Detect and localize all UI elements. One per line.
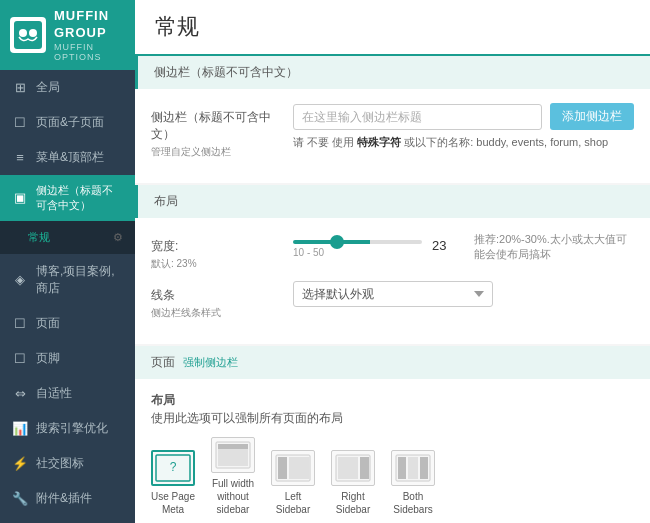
section1-header: 侧边栏（标题不可含中文） [135,56,650,89]
sidebar-item-label: 博客,项目案例,商店 [36,263,123,297]
layout-icons-row: ? Use PageMeta [151,437,634,516]
layout-icon-left-sidebar[interactable]: LeftSidebar [271,450,315,516]
slider-wrap: 10 - 50 [293,232,422,258]
layout-icon-full-width[interactable]: Full widthwithoutsidebar [211,437,255,516]
sidebar-item-label: 页脚 [36,350,123,367]
svg-rect-7 [218,444,248,449]
force-badge: 强制侧边栏 [183,355,238,370]
svg-rect-0 [14,21,42,49]
sidebar-hint: 请 不要 使用 特殊字符 或以下的名称: buddy, events, foru… [293,134,634,151]
both-sidebars-icon-box [391,450,435,486]
width-default: 默认: 23% [151,257,281,271]
plugins-icon: 🔧 [12,491,28,506]
app-subtitle: MUFFIN OPTIONS [54,42,125,62]
main-header: 常规 [135,0,650,56]
sidebar-name-row: 侧边栏（标题不可含中文） 管理自定义侧边栏 添加侧边栏 请 不要 使用 特殊字符… [151,103,634,159]
add-sidebar-button[interactable]: 添加侧边栏 [550,103,634,130]
section3-header: 页面 强制侧边栏 [135,346,650,379]
sidebar-icon: ▣ [12,190,28,205]
sidebar-item-colors[interactable]: ● 颜色 [0,516,135,523]
layout-icon-both-sidebars[interactable]: BothSidebars [391,450,435,516]
sidebar-item-social[interactable]: ⚡ 社交图标 [0,446,135,481]
right-sidebar-icon-box [331,450,375,486]
sidebar-item-seo[interactable]: 📊 搜索引擎优化 [0,411,135,446]
layout-icon-label: BothSidebars [393,490,432,516]
sidebar-item-label: 常规 [28,230,105,245]
app-title: MUFFIN GROUP [54,8,125,42]
seo-icon: 📊 [12,421,28,436]
social-icon: ⚡ [12,456,28,471]
sidebar-item-label: 搜索引擎优化 [36,420,123,437]
sidebar-item-blog[interactable]: ◈ 博客,项目案例,商店 [0,254,135,306]
svg-point-1 [19,29,27,37]
sidebar-item-label: 全局 [36,79,123,96]
section3: 页面 强制侧边栏 布局 使用此选项可以强制所有页面的布局 [135,346,650,523]
width-row: 宽度: 默认: 23% 10 - 50 23 推荐:20%-30%.太小或太大值… [151,232,634,271]
stripe-label: 线条 侧边栏线条样式 [151,281,281,320]
width-hint: 推荐:20%-30%.太小或太大值可能会使布局搞坏 [474,232,634,263]
svg-rect-16 [398,457,406,479]
sidebar-item-menu-topbar[interactable]: ≡ 菜单&顶部栏 [0,140,135,175]
page-icon: ☐ [12,115,28,130]
svg-rect-14 [360,457,369,479]
svg-rect-9 [278,457,287,479]
sidebar-item-label: 页面 [36,315,123,332]
section2-header: 布局 [135,185,650,218]
sidebar-item-page[interactable]: ☐ 页面 [0,306,135,341]
sidebar-item-global[interactable]: ⊞ 全局 [0,70,135,105]
layout-icon-label: LeftSidebar [276,490,310,516]
sidebar-name-sublabel: 管理自定义侧边栏 [151,145,281,159]
stripe-row: 线条 侧边栏线条样式 选择默认外观 [151,281,634,320]
sidebar-header: MUFFIN GROUP MUFFIN OPTIONS [0,0,135,70]
sidebar-name-input[interactable] [293,104,542,130]
section1-body: 侧边栏（标题不可含中文） 管理自定义侧边栏 添加侧边栏 请 不要 使用 特殊字符… [135,89,650,183]
svg-point-2 [29,29,37,37]
width-label: 宽度: 默认: 23% [151,232,281,271]
stripe-content: 选择默认外观 [293,281,634,307]
page-icon: ☐ [12,316,28,331]
sidebar-item-label: 页面&子页面 [36,114,123,131]
slider-value: 23 [432,238,452,253]
sidebar-item-responsive[interactable]: ⇔ 自适性 [0,376,135,411]
logo [10,17,46,53]
full-width-icon-box [211,437,255,473]
footer-icon: ☐ [12,351,28,366]
width-slider[interactable] [293,240,422,244]
section3-body: 布局 使用此选项可以强制所有页面的布局 ? Use [135,379,650,523]
blog-icon: ◈ [12,272,28,287]
layout-icon-label: Use PageMeta [151,490,195,516]
sidebar-item-label: 菜单&顶部栏 [36,149,123,166]
sidebar-item-sidebar[interactable]: ▣ 侧边栏（标题不可含中文） [0,175,135,221]
sidebar-item-label: 自适性 [36,385,123,402]
sidebar-nav: ⊞ 全局 ☐ 页面&子页面 ≡ 菜单&顶部栏 ▣ 侧边栏（标题不可含中文） 常规… [0,70,135,523]
section2-body: 宽度: 默认: 23% 10 - 50 23 推荐:20%-30%.太小或太大值… [135,218,650,344]
sidebar-name-input-row: 添加侧边栏 [293,103,634,130]
width-content: 10 - 50 23 [293,232,452,258]
app-title-wrap: MUFFIN GROUP MUFFIN OPTIONS [54,8,125,62]
use-page-meta-icon-box: ? [151,450,195,486]
sidebar-item-label: 侧边栏（标题不可含中文） [36,183,123,213]
sidebar: MUFFIN GROUP MUFFIN OPTIONS ⊞ 全局 ☐ 页面&子页… [0,0,135,523]
svg-rect-18 [420,457,428,479]
gear-icon[interactable]: ⚙ [113,231,123,244]
main-body: 侧边栏（标题不可含中文） 侧边栏（标题不可含中文） 管理自定义侧边栏 添加侧边栏 [135,56,650,523]
sidebar-item-label: 社交图标 [36,455,123,472]
menu-icon: ≡ [12,150,28,165]
sub-nav-sidebar: 常规 ⚙ [0,221,135,254]
stripe-select[interactable]: 选择默认外观 [293,281,493,307]
sidebar-item-label: 附件&插件 [36,490,123,507]
layout-icon-use-page-meta[interactable]: ? Use PageMeta [151,450,195,516]
stripe-sublabel: 侧边栏线条样式 [151,306,281,320]
sidebar-item-page-subpage[interactable]: ☐ 页面&子页面 [0,105,135,140]
sidebar-name-content: 添加侧边栏 请 不要 使用 特殊字符 或以下的名称: buddy, events… [293,103,634,151]
sidebar-item-footer[interactable]: ☐ 页脚 [0,341,135,376]
main-content: 常规 侧边栏（标题不可含中文） 侧边栏（标题不可含中文） 管理自定义侧边栏 添加… [135,0,650,523]
layout-icon-label: RightSidebar [336,490,370,516]
layout-icon-label: Full widthwithoutsidebar [212,477,254,516]
sidebar-name-label: 侧边栏（标题不可含中文） 管理自定义侧边栏 [151,103,281,159]
section3-title: 页面 [151,354,175,371]
sidebar-item-normal[interactable]: 常规 ⚙ [0,221,135,254]
layout-icon-right-sidebar[interactable]: RightSidebar [331,450,375,516]
sidebar-item-plugins[interactable]: 🔧 附件&插件 [0,481,135,516]
svg-text:?: ? [170,460,177,474]
